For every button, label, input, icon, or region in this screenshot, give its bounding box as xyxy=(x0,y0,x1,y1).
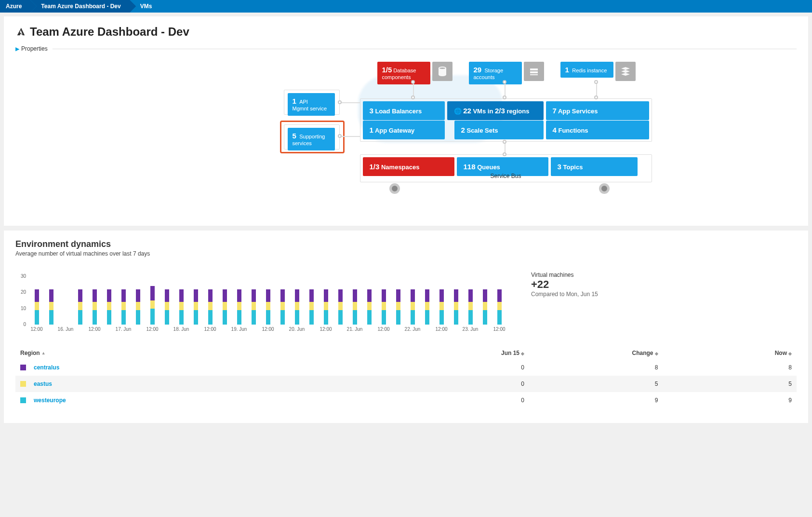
x-tick-label: 12:00 xyxy=(262,327,274,332)
color-swatch xyxy=(20,397,26,403)
region-table: Region▲ Jun 15◆ Change◆ Now◆ centralus08… xyxy=(15,347,797,408)
bar-segment xyxy=(49,302,53,310)
tile-functions[interactable]: 4 Functions xyxy=(546,121,649,139)
region-link[interactable]: eastus xyxy=(34,381,52,387)
bar-segment xyxy=(280,310,285,325)
breadcrumb-dashboard[interactable]: Team Azure Dashboard - Dev xyxy=(30,0,129,13)
tile-storage[interactable]: 29 Storage accounts xyxy=(469,62,522,84)
bar-segment xyxy=(107,310,111,325)
tile-scalesets[interactable]: 2 Scale Sets xyxy=(454,121,544,139)
th-now[interactable]: Now xyxy=(775,350,787,356)
th-region[interactable]: Region xyxy=(20,350,40,356)
bar-segment xyxy=(411,302,415,310)
bar-segment xyxy=(252,310,256,325)
bar-segment xyxy=(324,302,328,310)
bar-segment xyxy=(49,289,53,302)
bar-segment xyxy=(497,302,502,310)
sort-icon: ◆ xyxy=(788,351,792,356)
bar-segment xyxy=(439,289,444,302)
bar-segment xyxy=(468,310,473,325)
breadcrumb-azure[interactable]: Azure xyxy=(0,0,30,13)
x-tick-label: 12:00 xyxy=(204,327,216,332)
bar-segment xyxy=(353,302,357,310)
bar-segment xyxy=(439,302,444,310)
bar-segment xyxy=(483,302,487,310)
region-link[interactable]: westeurope xyxy=(34,397,66,404)
summary-value: +22 xyxy=(531,278,598,291)
env-title: Environment dynamics xyxy=(15,239,797,249)
bar-segment xyxy=(121,310,126,325)
cell-jun15: 0 xyxy=(390,381,524,387)
table-header: Region▲ Jun 15◆ Change◆ Now◆ xyxy=(15,347,797,359)
tile-redis[interactable]: 1 Redis instance xyxy=(560,62,613,78)
bar-segment xyxy=(223,289,227,302)
tile-vms[interactable]: 🌐 22 VMs in 2/3 regions xyxy=(447,101,544,120)
bar-segment xyxy=(136,302,140,310)
th-jun15[interactable]: Jun 15 xyxy=(501,350,519,356)
breadcrumb: Azure Team Azure Dashboard - Dev VMs xyxy=(0,0,812,13)
bar-segment xyxy=(266,302,270,310)
connector xyxy=(340,136,360,137)
sort-icon: ◆ xyxy=(521,351,524,356)
connector-dot xyxy=(411,95,415,99)
connector-dot xyxy=(503,140,506,144)
x-tick-label: 12:00 xyxy=(319,327,332,332)
bar-segment xyxy=(338,302,343,310)
architecture-diagram: 1/5Database components 29 Storage accoun… xyxy=(151,62,662,206)
bar-segment xyxy=(237,302,241,310)
bar-segment xyxy=(194,310,198,325)
bar-segment xyxy=(93,289,97,302)
properties-label: Properties xyxy=(21,45,48,52)
bar-segment xyxy=(309,289,314,302)
bar-segment xyxy=(439,310,444,325)
dashboard-panel: Team Azure Dashboard - Dev ▶ Properties … xyxy=(4,16,808,226)
bar-segment xyxy=(454,302,458,310)
bar-segment xyxy=(295,289,299,302)
env-subtitle: Average number of virtual machines over … xyxy=(15,250,797,257)
bar-segment xyxy=(121,289,126,302)
connector-dot xyxy=(594,80,598,84)
bar-segment xyxy=(324,310,328,325)
x-tick-label: 12:00 xyxy=(435,327,447,332)
cell-now: 8 xyxy=(658,364,792,371)
x-tick-label: 16. Jun xyxy=(58,327,74,332)
table-row: centralus088 xyxy=(15,359,797,376)
bar-segment xyxy=(454,310,458,325)
bar-segment xyxy=(382,289,386,302)
x-tick-label: 20. Jun xyxy=(289,327,305,332)
summary-label: Virtual machines xyxy=(531,272,598,278)
bar-segment xyxy=(468,289,473,302)
bar-segment xyxy=(237,289,241,302)
table-row: eastus055 xyxy=(15,376,797,392)
bar-segment xyxy=(411,289,415,302)
page-title: Team Azure Dashboard - Dev xyxy=(30,25,189,39)
tile-database[interactable]: 1/5Database components xyxy=(377,62,430,84)
x-tick-label: 19. Jun xyxy=(231,327,247,332)
summary-compare: Compared to Mon, Jun 15 xyxy=(531,291,598,298)
th-change[interactable]: Change xyxy=(632,350,653,356)
bar-segment xyxy=(179,310,184,325)
properties-toggle[interactable]: ▶ Properties xyxy=(15,45,797,52)
chevron-right-icon: ▶ xyxy=(15,46,19,52)
bar-segment xyxy=(338,310,343,325)
cell-now: 5 xyxy=(658,381,792,387)
bar-segment xyxy=(295,310,299,325)
bar-segment xyxy=(78,289,82,302)
bar-segment xyxy=(165,302,169,310)
cell-change: 9 xyxy=(524,397,658,404)
tile-appgw[interactable]: 1 App Gateway xyxy=(363,121,445,139)
tile-lb[interactable]: 3 Load Balancers xyxy=(363,101,445,120)
region-link[interactable]: centralus xyxy=(34,364,59,371)
bar-segment xyxy=(280,289,285,302)
bar-segment xyxy=(396,302,400,310)
bar-segment xyxy=(483,289,487,302)
table-row: westeurope099 xyxy=(15,392,797,408)
wheel-icon xyxy=(599,183,610,194)
bar-segment xyxy=(107,289,111,302)
tile-api[interactable]: 1 APIMgmnt service xyxy=(288,93,335,116)
bar-segment xyxy=(150,286,155,300)
tile-supporting[interactable]: 5 Supportingservices xyxy=(288,128,335,150)
x-tick-label: 22. Jun xyxy=(405,327,421,332)
bar-segment xyxy=(309,302,314,310)
tile-appservices[interactable]: 7 App Services xyxy=(546,101,649,120)
